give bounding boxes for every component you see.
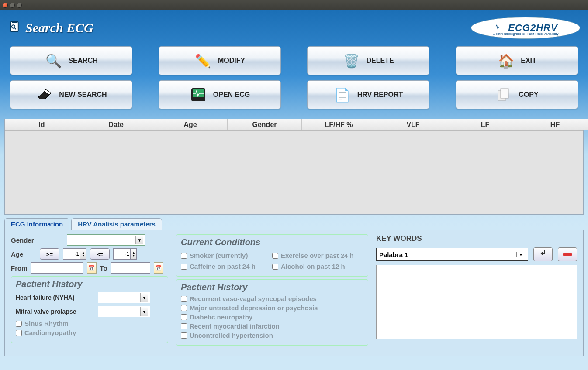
results-table[interactable]: Id Date Age Gender LF/HF % VLF LF HF <box>4 119 584 215</box>
age-min-input[interactable] <box>63 248 80 260</box>
filter-column: Gender ▼ Age >= ▲▼ <= ▲▼ <box>11 234 168 351</box>
eraser-icon <box>35 86 53 103</box>
new-search-button[interactable]: NEW SEARCH <box>10 80 132 109</box>
exit-button[interactable]: 🏠 EXIT <box>456 46 578 75</box>
copy-icon <box>495 86 512 103</box>
open-ecg-button-label: OPEN ECG <box>213 91 250 99</box>
patient-history-title-left: Pactient History <box>16 279 163 289</box>
to-date-picker-icon[interactable]: 📅 <box>154 262 163 274</box>
hrv-report-button[interactable]: 📄 HRV REPORT <box>307 80 429 109</box>
modify-button[interactable]: ✏️ MODIFY <box>159 46 281 75</box>
table-header: Id Date Age Gender LF/HF % VLF LF HF <box>5 119 583 131</box>
app-window: Search ECG ECG2HRV Electrocardiogram to … <box>0 10 588 370</box>
tab-hrv-params[interactable]: HRV Analisis parameters <box>71 218 162 230</box>
os-titlebar <box>0 0 588 10</box>
keyword-selected: Palabra 1 <box>379 251 408 258</box>
age-le-button[interactable]: <= <box>90 248 110 260</box>
keyword-add-button[interactable] <box>533 247 553 261</box>
search-button[interactable]: 🔍 SEARCH <box>10 46 132 75</box>
search-button-label: SEARCH <box>68 57 98 65</box>
mitral-valve-label: Mitral valve prolapse <box>16 308 94 315</box>
gender-select[interactable]: ▼ <box>67 234 145 246</box>
copy-button[interactable]: COPY <box>456 80 578 109</box>
heart-failure-label: Heart failure (NYHA) <box>16 294 94 301</box>
cardiomyopathy-check[interactable]: Cardiomyopathy <box>16 329 163 336</box>
tab-panel: Gender ▼ Age >= ▲▼ <= ▲▼ <box>4 230 584 356</box>
vaso-vagal-check[interactable]: Recurrent vaso-vagal syncopal episodes <box>181 295 363 302</box>
hrv-report-button-label: HRV REPORT <box>357 91 403 99</box>
myocardial-check[interactable]: Recent myocardial infarction <box>181 322 363 330</box>
app-logo: ECG2HRV Electrocardiogram to Heart Rate … <box>471 17 580 39</box>
chevron-down-icon: ▼ <box>135 236 143 244</box>
ecg-icon <box>190 86 207 103</box>
to-label: To <box>100 264 107 272</box>
col-gender[interactable]: Gender <box>228 119 302 130</box>
conditions-column: Current Conditions Smoker (currently) Ex… <box>176 234 368 351</box>
home-icon: 🏠 <box>497 52 515 69</box>
exit-button-label: EXIT <box>521 57 536 65</box>
age-max-spinner[interactable]: ▲▼ <box>131 248 137 260</box>
age-min-spinner[interactable]: ▲▼ <box>80 248 86 260</box>
search-icon: 🔍 <box>45 52 62 69</box>
open-ecg-button[interactable]: OPEN ECG <box>159 80 281 109</box>
current-conditions-title: Current Conditions <box>181 237 363 247</box>
to-date-input[interactable] <box>111 262 150 274</box>
keywords-title: KEY WORDS <box>376 234 577 243</box>
col-date[interactable]: Date <box>79 119 153 130</box>
age-ge-button[interactable]: >= <box>40 248 59 260</box>
copy-button-label: COPY <box>519 91 538 99</box>
main-toolbar: 🔍 SEARCH ✏️ MODIFY 🗑️ DELETE 🏠 EXIT NEW … <box>4 46 584 109</box>
diabetic-neuropathy-check[interactable]: Diabetic neuropathy <box>181 313 363 321</box>
sinus-rhythm-check[interactable]: Sinus Rhythm <box>16 320 163 327</box>
chevron-down-icon: ▼ <box>140 307 148 316</box>
tab-bar: ECG Information HRV Analisis parameters <box>4 218 584 230</box>
from-label: From <box>11 264 28 272</box>
smoker-check[interactable]: Smoker (currently) <box>181 252 272 259</box>
gender-label: Gender <box>11 236 63 244</box>
chevron-down-icon: ▼ <box>140 293 148 302</box>
caffeine-check[interactable]: Caffeine on past 24 h <box>181 263 272 270</box>
patient-history-group-left: Pactient History Heart failure (NYHA) ▼ … <box>11 276 168 343</box>
col-hf[interactable]: HF <box>520 119 588 130</box>
alcohol-check[interactable]: Alcohol on past 12 h <box>272 263 363 270</box>
page-title-text: Search ECG <box>25 21 93 35</box>
svg-rect-1 <box>12 21 17 23</box>
col-id[interactable]: Id <box>5 119 79 130</box>
col-age[interactable]: Age <box>153 119 228 130</box>
logo-sub: Electrocardiogram to Heart Rate Variabil… <box>492 32 558 36</box>
patient-history-title-mid: Pactient History <box>181 282 363 292</box>
age-max-input[interactable] <box>113 248 131 260</box>
col-lf[interactable]: LF <box>450 119 520 130</box>
modify-button-label: MODIFY <box>218 57 245 65</box>
svg-rect-9 <box>501 89 508 98</box>
chevron-down-icon: ▼ <box>516 252 525 257</box>
current-conditions-group: Current Conditions Smoker (currently) Ex… <box>176 234 368 277</box>
delete-button-label: DELETE <box>366 57 394 65</box>
col-vlf[interactable]: VLF <box>376 119 450 130</box>
clipboard-icon <box>8 20 21 36</box>
col-lfhf[interactable]: LF/HF % <box>302 119 376 130</box>
window-minimize-icon[interactable] <box>10 3 15 8</box>
heart-failure-select[interactable]: ▼ <box>98 292 150 303</box>
new-search-button-label: NEW SEARCH <box>59 91 107 99</box>
keyword-remove-button[interactable] <box>558 247 577 261</box>
trash-icon: 🗑️ <box>342 52 360 69</box>
exercise-check[interactable]: Exercise over past 24 h <box>272 252 363 259</box>
page-title: Search ECG <box>8 20 93 36</box>
keywords-column: KEY WORDS Palabra 1 ▼ <box>376 234 577 351</box>
delete-button[interactable]: 🗑️ DELETE <box>307 46 429 75</box>
from-date-input[interactable] <box>31 262 83 274</box>
keyword-list-area[interactable] <box>376 265 577 339</box>
from-date-picker-icon[interactable]: 📅 <box>87 262 97 274</box>
report-icon: 📄 <box>334 86 351 103</box>
depression-check[interactable]: Major untreated depression or psychosis <box>181 304 363 312</box>
window-maximize-icon[interactable] <box>17 3 22 8</box>
keyword-select[interactable]: Palabra 1 ▼ <box>376 248 528 261</box>
age-label: Age <box>11 250 36 258</box>
mitral-valve-select[interactable]: ▼ <box>98 306 150 317</box>
window-close-icon[interactable] <box>3 3 8 8</box>
minus-icon <box>563 253 572 256</box>
tab-ecg-info[interactable]: ECG Information <box>4 218 69 230</box>
patient-history-group-mid: Pactient History Recurrent vaso-vagal sy… <box>176 279 368 346</box>
hypertension-check[interactable]: Uncontrolled hypertension <box>181 332 363 339</box>
